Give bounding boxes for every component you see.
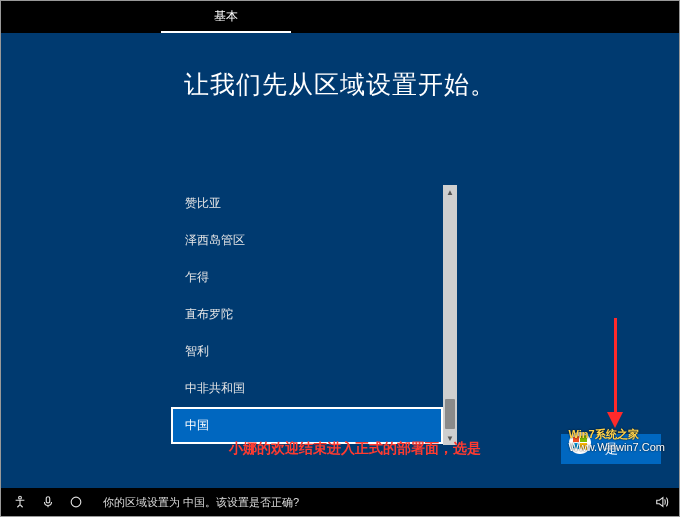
list-item-selected[interactable]: 中国 — [171, 407, 443, 444]
cortana-icon[interactable] — [69, 495, 83, 509]
list-item[interactable]: 中非共和国 — [171, 370, 443, 407]
list-item-label: 乍得 — [185, 269, 209, 286]
list-item-label: 泽西岛管区 — [185, 232, 245, 249]
tab-basic[interactable]: 基本 — [161, 1, 291, 33]
svg-point-1 — [19, 496, 22, 499]
list-item-label: 中非共和国 — [185, 380, 245, 397]
scroll-thumb[interactable] — [445, 399, 455, 429]
scrollbar[interactable]: ▲ ▼ — [443, 185, 457, 445]
window-root: 基本 让我们先从区域设置开始。 赞比亚 泽西岛管区 乍得 直布罗陀 智利 中非共… — [0, 0, 680, 517]
yes-button-label: 是 — [605, 440, 618, 458]
annotation-arrow — [611, 318, 619, 428]
status-bar-left: 你的区域设置为 中国。该设置是否正确? — [1, 495, 299, 510]
region-list-container: 赞比亚 泽西岛管区 乍得 直布罗陀 智利 中非共和国 中国 ▲ ▼ — [171, 185, 457, 445]
microphone-icon[interactable] — [41, 495, 55, 509]
arrow-line — [614, 318, 617, 413]
yes-button[interactable]: 是 — [561, 434, 661, 464]
tab-basic-label: 基本 — [214, 8, 238, 25]
svg-point-3 — [71, 497, 81, 507]
list-item[interactable]: 智利 — [171, 333, 443, 370]
list-item-label: 中国 — [185, 417, 209, 434]
scroll-track[interactable] — [443, 199, 457, 431]
volume-icon[interactable] — [655, 495, 669, 509]
list-item[interactable]: 泽西岛管区 — [171, 222, 443, 259]
top-tab-bar: 基本 — [1, 1, 679, 33]
arrow-head-icon — [607, 412, 623, 428]
list-item-label: 赞比亚 — [185, 195, 221, 212]
list-item-label: 直布罗陀 — [185, 306, 233, 323]
status-bar-right — [655, 495, 679, 509]
accessibility-icon[interactable] — [13, 495, 27, 509]
list-item-label: 智利 — [185, 343, 209, 360]
list-item[interactable]: 赞比亚 — [171, 185, 443, 222]
region-list[interactable]: 赞比亚 泽西岛管区 乍得 直布罗陀 智利 中非共和国 中国 — [171, 185, 443, 445]
list-item[interactable]: 直布罗陀 — [171, 296, 443, 333]
scroll-up-button[interactable]: ▲ — [443, 185, 457, 199]
status-question: 你的区域设置为 中国。该设置是否正确? — [103, 495, 299, 510]
page-title: 让我们先从区域设置开始。 — [1, 68, 679, 101]
svg-rect-2 — [46, 497, 50, 503]
list-item[interactable]: 乍得 — [171, 259, 443, 296]
oobe-region-page: 让我们先从区域设置开始。 赞比亚 泽西岛管区 乍得 直布罗陀 智利 中非共和国 … — [1, 33, 679, 488]
status-bar: 你的区域设置为 中国。该设置是否正确? — [1, 488, 679, 516]
